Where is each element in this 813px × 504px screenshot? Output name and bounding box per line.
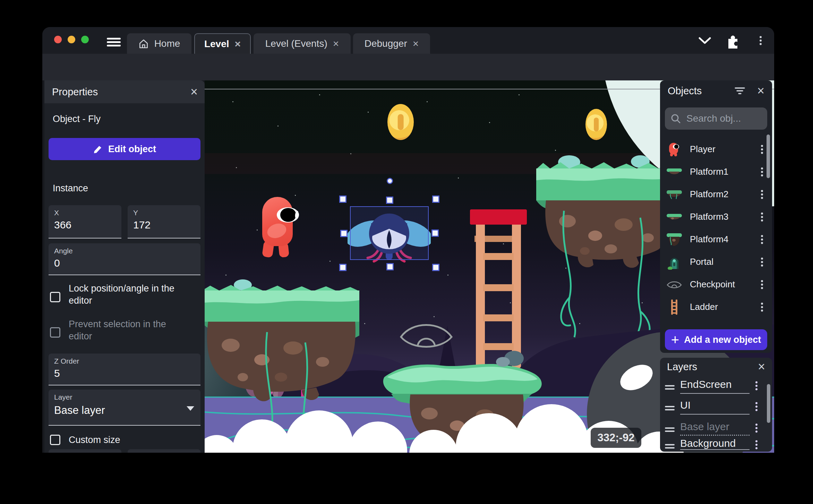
x-input[interactable]: [54, 219, 116, 231]
tab-level-events[interactable]: Level (Events) ×: [254, 33, 351, 54]
kebab-menu-icon[interactable]: [755, 380, 758, 392]
resize-handle-nw[interactable]: [339, 195, 346, 203]
coin-instance[interactable]: [585, 109, 607, 140]
ladder-instance[interactable]: [470, 209, 527, 372]
add-new-object-button[interactable]: + Add a new object: [665, 329, 767, 350]
object-row-portal[interactable]: Portal: [660, 251, 772, 273]
kebab-menu-icon[interactable]: [761, 256, 763, 268]
x-field[interactable]: X: [49, 205, 121, 238]
resize-handle-sw[interactable]: [339, 264, 346, 271]
plus-icon: +: [671, 332, 679, 348]
resize-handle-se[interactable]: [432, 264, 439, 271]
drag-handle-icon[interactable]: [665, 442, 675, 450]
tab-level[interactable]: Level ×: [194, 33, 251, 54]
resize-handle-e[interactable]: [431, 229, 439, 237]
chevron-down-icon[interactable]: [697, 35, 713, 46]
layer-row-endscreen[interactable]: EndScreen: [680, 379, 731, 390]
close-tab-icon[interactable]: ×: [333, 38, 339, 49]
maximize-traffic-light[interactable]: [81, 36, 89, 43]
y-field[interactable]: Y: [128, 205, 200, 238]
resize-handle-s[interactable]: [386, 263, 394, 270]
object-row-checkpoint[interactable]: Checkpoint: [660, 273, 772, 296]
kebab-menu-icon[interactable]: [761, 234, 763, 245]
edit-object-button[interactable]: Edit object: [49, 138, 200, 160]
resize-handle-n[interactable]: [386, 197, 393, 204]
layer-row-base-layer[interactable]: Base layer: [680, 421, 729, 433]
resize-handle-w[interactable]: [340, 230, 348, 237]
kebab-menu-icon[interactable]: [755, 439, 758, 451]
y-input[interactable]: [133, 219, 195, 231]
properties-header: Properties ×: [44, 80, 205, 103]
object-label: Platform1: [690, 166, 761, 177]
extensions-puzzle-icon[interactable]: [725, 33, 741, 49]
layers-header: Layers ×: [660, 358, 772, 376]
layer-row-background[interactable]: Background: [680, 437, 736, 449]
coin-instance[interactable]: [387, 104, 414, 140]
height-field-stub: [128, 449, 200, 453]
layers-scrollbar[interactable]: [767, 384, 770, 423]
pencil-icon: [93, 144, 103, 154]
object-row-ladder[interactable]: Ladder: [660, 296, 772, 318]
search-input[interactable]: [686, 113, 755, 124]
kebab-menu-icon[interactable]: [761, 279, 763, 290]
kebab-menu-icon[interactable]: [760, 35, 762, 46]
filter-icon[interactable]: [734, 86, 746, 95]
object-row-platform1[interactable]: Platform1: [660, 160, 772, 183]
kebab-menu-icon[interactable]: [755, 401, 758, 412]
close-icon[interactable]: ×: [190, 86, 198, 98]
object-row-player[interactable]: Player: [660, 138, 772, 160]
angle-field[interactable]: Angle: [49, 243, 200, 275]
prevent-selection-label: Prevent selection in the editor: [69, 318, 187, 342]
player-instance[interactable]: [262, 197, 300, 252]
layer-row-ui[interactable]: UI: [680, 399, 691, 411]
kebab-menu-icon[interactable]: [761, 189, 763, 200]
object-row-platform3[interactable]: Platform3: [660, 206, 772, 228]
layer-underline: [680, 414, 750, 415]
close-icon[interactable]: ×: [758, 360, 765, 373]
drag-handle-icon[interactable]: [665, 426, 675, 434]
lock-position-checkbox[interactable]: [50, 292, 60, 302]
lock-position-label: Lock position/angle in the editor: [69, 283, 183, 307]
object-label: Platform2: [690, 189, 761, 200]
search-icon: [670, 113, 681, 124]
close-tab-icon[interactable]: ×: [235, 39, 241, 49]
z-order-input[interactable]: [54, 367, 195, 379]
portal-thumbnail: [666, 254, 682, 270]
kebab-menu-icon[interactable]: [761, 211, 763, 223]
kebab-menu-icon[interactable]: [761, 301, 763, 313]
layer-underline: [680, 393, 750, 394]
prevent-selection-checkbox[interactable]: [50, 327, 60, 338]
layers-panel: Layers × EndScreen UI Base layer Backgro…: [660, 358, 772, 452]
kebab-menu-icon[interactable]: [761, 166, 763, 178]
width-field-stub: [49, 449, 121, 453]
z-order-field[interactable]: Z Order: [49, 354, 200, 385]
objects-title: Objects: [668, 85, 702, 97]
tab-label: Level: [204, 38, 229, 50]
add-object-label: Add a new object: [684, 334, 761, 345]
close-tab-icon[interactable]: ×: [413, 38, 419, 49]
close-icon[interactable]: ×: [757, 85, 764, 97]
hamburger-menu-icon[interactable]: [107, 36, 121, 48]
tab-home[interactable]: Home: [127, 33, 191, 54]
layer-select[interactable]: Layer Base layer: [49, 390, 200, 426]
angle-input[interactable]: [54, 257, 195, 269]
cursor-coordinates-badge: 332;-92: [591, 428, 641, 448]
ladder-thumbnail: [666, 299, 682, 315]
kebab-menu-icon[interactable]: [755, 422, 758, 434]
object-row-platform2[interactable]: Platform2: [660, 183, 772, 206]
checkpoint-outline-instance[interactable]: [398, 315, 454, 354]
objects-scrollbar[interactable]: [767, 134, 770, 178]
object-label: Ladder: [690, 302, 761, 312]
instance-heading: Instance: [53, 183, 88, 194]
rotate-handle[interactable]: [387, 178, 393, 184]
close-traffic-light[interactable]: [54, 36, 62, 43]
minimize-traffic-light[interactable]: [68, 36, 75, 43]
custom-size-checkbox[interactable]: [50, 435, 60, 445]
resize-handle-ne[interactable]: [432, 195, 439, 203]
tab-debugger[interactable]: Debugger ×: [353, 33, 430, 54]
kebab-menu-icon[interactable]: [761, 144, 763, 155]
object-row-platform4[interactable]: Platform4: [660, 228, 772, 251]
drag-handle-icon[interactable]: [665, 404, 675, 412]
search-bar[interactable]: [665, 107, 767, 130]
drag-handle-icon[interactable]: [665, 383, 675, 391]
